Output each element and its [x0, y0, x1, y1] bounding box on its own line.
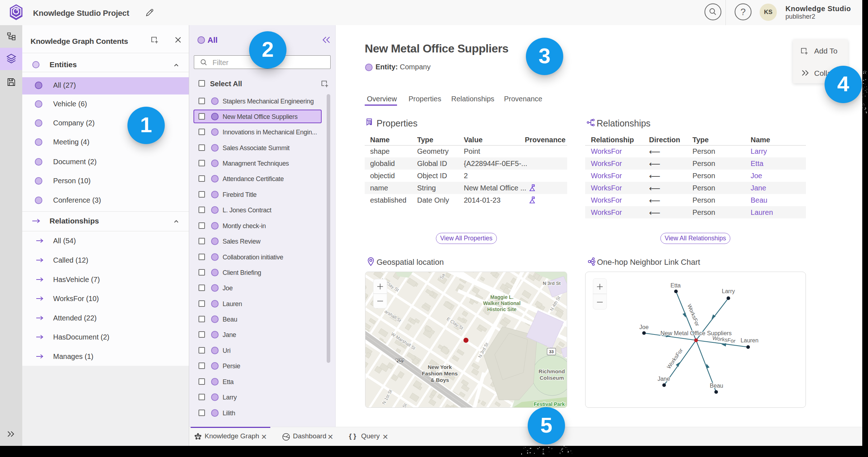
svg-text:New York: New York	[428, 364, 452, 370]
svg-text:Fashion Mens: Fashion Mens	[422, 370, 458, 377]
svg-text:33: 33	[549, 350, 554, 354]
svg-text:Lauren: Lauren	[741, 337, 759, 343]
svg-text:Maggie L.: Maggie L.	[490, 294, 514, 300]
svg-text:Coliseum: Coliseum	[540, 375, 564, 381]
svg-text:Festival Park: Festival Park	[534, 401, 565, 407]
svg-text:WorksFor: WorksFor	[686, 303, 701, 327]
svg-text:Walker National: Walker National	[483, 300, 521, 306]
svg-text:Jane: Jane	[658, 376, 670, 382]
svg-text:Historic Site: Historic Site	[487, 306, 517, 312]
svg-text:& Boys: & Boys	[430, 377, 449, 383]
svg-text:250: 250	[397, 359, 403, 363]
svg-text:Beau: Beau	[710, 383, 723, 389]
svg-text:N 3rd St: N 3rd St	[543, 281, 561, 286]
svg-text:Joe: Joe	[639, 324, 649, 330]
svg-text:New Metal Office Suppliers: New Metal Office Suppliers	[661, 330, 732, 336]
svg-text:Larry: Larry	[722, 288, 735, 294]
svg-text:Etta: Etta	[671, 282, 681, 288]
svg-text:Richmond: Richmond	[538, 368, 565, 374]
svg-text:WorksFor: WorksFor	[666, 347, 684, 370]
